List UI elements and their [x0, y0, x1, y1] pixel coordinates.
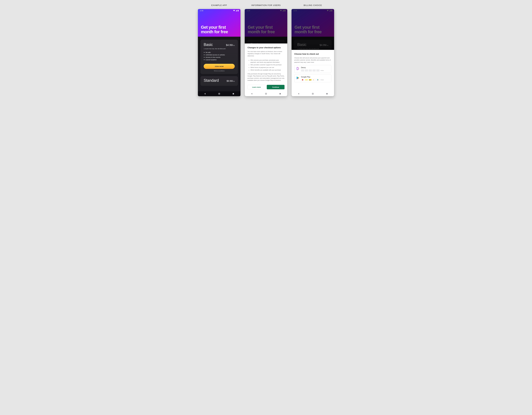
column-information: INFORMATION FOR USERS 12:30 Get your fir…	[245, 4, 287, 96]
payment-method-icon	[316, 79, 320, 81]
svg-rect-0	[238, 10, 238, 11]
home-icon[interactable]	[312, 92, 314, 95]
plan-card-basic: Basic $4.99/mo 1-month free trial, then …	[200, 40, 238, 74]
sheet-bullet: Which benefits are available with your p…	[249, 69, 285, 71]
plan-feature: Cancel anytime	[204, 59, 235, 61]
plans: Basic $4.99/mo 1-month free trial, then …	[198, 37, 240, 91]
column-title: INFORMATION FOR USERS	[251, 4, 281, 7]
recents-icon[interactable]	[232, 92, 235, 95]
hero-title-line1: Get your first	[201, 25, 226, 29]
status-bar: 12:30	[198, 9, 240, 12]
status-time: 12:30	[200, 10, 203, 11]
billing-option-name: Devvy	[301, 67, 330, 69]
column-title: EXAMPLE APP	[211, 4, 227, 7]
svg-rect-9	[279, 93, 281, 94]
payment-method-icon	[305, 69, 308, 72]
battery-icon	[238, 10, 238, 11]
back-icon[interactable]	[297, 92, 300, 95]
svg-point-18	[312, 93, 313, 94]
payment-method-icon	[301, 69, 304, 72]
payment-method-icon	[316, 69, 320, 72]
hero-title: Get your first month for free	[201, 25, 228, 34]
sheet-title: Changes to your checkout options	[247, 46, 285, 49]
svg-text:pay: pay	[309, 80, 311, 80]
sheet-desc: Choose who will secure and process your …	[294, 57, 331, 63]
svg-point-12	[302, 79, 303, 81]
billing-option-google-play[interactable]: Google Play pay SK +more	[294, 74, 331, 82]
sheet-intro: You now have more options at checkout, d…	[247, 50, 285, 57]
plan-name: Standard	[204, 78, 219, 83]
svg-rect-13	[305, 79, 308, 80]
plan-name: Basic	[204, 42, 213, 47]
payment-method-icon: SK	[313, 79, 316, 81]
continue-button[interactable]: Continue	[267, 85, 285, 89]
plan-card-standard: Standard $9.99/mo	[200, 76, 238, 86]
more-label: +more	[320, 70, 324, 71]
phone-frame: 12:30 Get your first month for free	[245, 9, 287, 96]
phone-frame: 12:30 Get your first month for free	[292, 9, 334, 96]
home-icon[interactable]	[265, 92, 267, 95]
android-nav-bar	[292, 91, 334, 96]
billing-option-devvy[interactable]: Devvy +more	[294, 65, 331, 73]
payment-method-icon	[305, 79, 308, 81]
svg-rect-4	[233, 93, 234, 94]
join-now-button[interactable]: JOIN NOW	[204, 64, 235, 69]
svg-text:SK: SK	[313, 80, 314, 80]
terms-link[interactable]: Terms & conditions	[204, 70, 235, 72]
payment-methods: pay SK +more	[301, 79, 330, 81]
back-icon[interactable]	[251, 92, 253, 95]
sheet-title: Choose how to check out	[294, 53, 331, 55]
devvy-logo-icon	[296, 67, 300, 71]
plan-sub: 1-month free trial, then $4.99/month	[204, 48, 235, 50]
info-bottom-sheet: Changes to your checkout options You now…	[245, 44, 287, 91]
back-icon[interactable]	[204, 92, 206, 95]
plan-feature: Unlimited access to articles	[204, 54, 235, 56]
billing-option-name: Google Play	[301, 76, 330, 78]
plan-price: $9.99/mo	[227, 80, 235, 82]
learn-more-button[interactable]: Learn more	[247, 85, 266, 89]
phone-frame: 12:30 Get your first month for free	[198, 9, 240, 96]
payment-method-icon	[313, 69, 316, 72]
more-label: +more	[320, 79, 324, 81]
screen: 12:30 Get your first month for free	[245, 9, 287, 96]
svg-point-8	[266, 93, 266, 94]
plan-features: No ads Unlimited access to articles Acce…	[204, 51, 235, 61]
google-play-logo-icon	[296, 76, 300, 80]
column-example-app: EXAMPLE APP 12:30 Get your first month f…	[198, 4, 240, 96]
svg-point-3	[219, 93, 219, 94]
plan-price: $4.99/mo	[226, 44, 235, 46]
plan-feature: No ads	[204, 51, 235, 53]
android-nav-bar	[198, 91, 240, 96]
wifi-icon	[233, 10, 235, 11]
home-icon[interactable]	[218, 92, 220, 95]
stage: EXAMPLE APP 12:30 Get your first month f…	[198, 4, 334, 96]
android-nav-bar	[245, 91, 287, 96]
hero: Get your first month for free	[198, 9, 240, 37]
signal-icon	[236, 10, 237, 11]
sheet-bullet: Who secures your purchase, processes you…	[249, 59, 285, 64]
recents-icon[interactable]	[279, 92, 281, 95]
sheet-bullets: Who secures your purchase, processes you…	[249, 59, 285, 72]
payment-method-icon: pay	[309, 79, 312, 81]
column-billing-choice: BILLING CHOICE 12:30 Get your first mont…	[292, 4, 334, 96]
screen: 12:30 Get your first month for free	[198, 9, 240, 96]
sheet-bullet: Who provides customer support for the pu…	[249, 64, 285, 66]
choice-bottom-sheet: Choose how to check out Choose who will …	[292, 50, 334, 91]
column-title: BILLING CHOICE	[304, 4, 322, 7]
sheet-note: Only purchases through Google Play are s…	[247, 73, 285, 82]
svg-rect-19	[326, 93, 328, 94]
payment-methods: +more	[301, 69, 330, 72]
recents-icon[interactable]	[326, 92, 328, 95]
status-icons	[233, 10, 238, 11]
payment-method-icon	[309, 69, 312, 72]
screen: 12:30 Get your first month for free	[292, 9, 334, 96]
plan-feature: Access to live events	[204, 56, 235, 58]
hero-title-line2: month for free	[201, 29, 228, 34]
payment-method-icon	[301, 79, 304, 81]
sheet-bullet: Which forms of payment you can use	[249, 66, 285, 69]
